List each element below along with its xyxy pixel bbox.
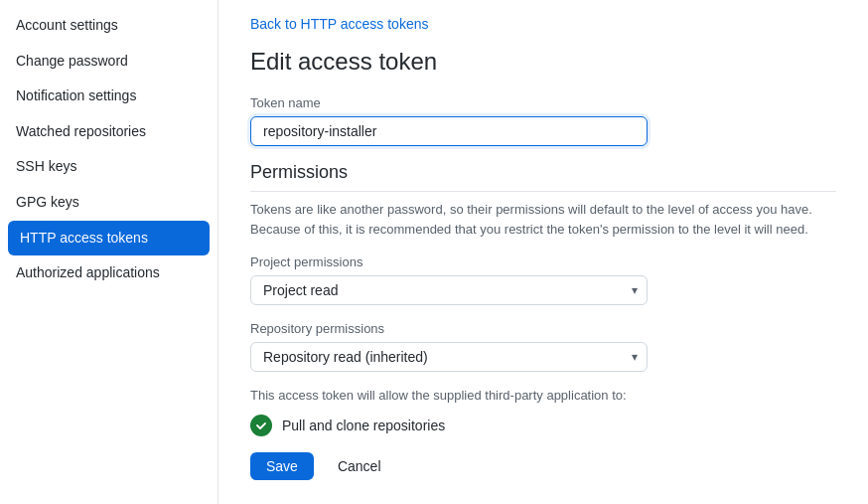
sidebar-item-account-settings[interactable]: Account settings — [0, 8, 217, 44]
token-name-label: Token name — [250, 95, 836, 110]
sidebar-item-watched-repositories[interactable]: Watched repositories — [0, 114, 217, 150]
permission-item: Pull and clone repositories — [250, 415, 836, 436]
sidebar-item-ssh-keys[interactable]: SSH keys — [0, 149, 217, 185]
sidebar-item-change-password[interactable]: Change password — [0, 44, 217, 80]
save-button[interactable]: Save — [250, 452, 314, 480]
permissions-description: Tokens are like another password, so the… — [250, 200, 836, 239]
token-access-description: This access token will allow the supplie… — [250, 388, 836, 403]
repository-permissions-wrapper: No accessRepository read (inherited)Repo… — [250, 342, 648, 372]
sidebar-item-http-access-tokens[interactable]: HTTP access tokens — [8, 221, 210, 256]
project-permissions-wrapper: No accessProject readProject writeProjec… — [250, 275, 648, 305]
sidebar-item-notification-settings[interactable]: Notification settings — [0, 79, 217, 114]
sidebar-item-gpg-keys[interactable]: GPG keys — [0, 185, 217, 221]
page-title: Edit access token — [250, 48, 836, 76]
back-link[interactable]: Back to HTTP access tokens — [250, 16, 428, 32]
sidebar-item-authorized-applications[interactable]: Authorized applications — [0, 255, 217, 291]
permission-text: Pull and clone repositories — [282, 418, 445, 433]
repository-permissions-label: Repository permissions — [250, 321, 836, 336]
button-row: Save Cancel — [250, 452, 836, 480]
repository-permissions-select[interactable]: No accessRepository read (inherited)Repo… — [250, 342, 648, 372]
token-name-input[interactable] — [250, 116, 648, 146]
sidebar: Account settingsChange passwordNotificat… — [0, 0, 218, 504]
cancel-button[interactable]: Cancel — [326, 452, 393, 480]
token-name-group: Token name — [250, 95, 836, 146]
project-permissions-select[interactable]: No accessProject readProject writeProjec… — [250, 275, 648, 305]
permissions-title: Permissions — [250, 162, 836, 192]
main-content: Back to HTTP access tokens Edit access t… — [218, 0, 868, 504]
project-permissions-group: Project permissions No accessProject rea… — [250, 254, 836, 305]
repository-permissions-group: Repository permissions No accessReposito… — [250, 321, 836, 372]
check-circle-icon — [250, 415, 272, 436]
project-permissions-label: Project permissions — [250, 254, 836, 269]
